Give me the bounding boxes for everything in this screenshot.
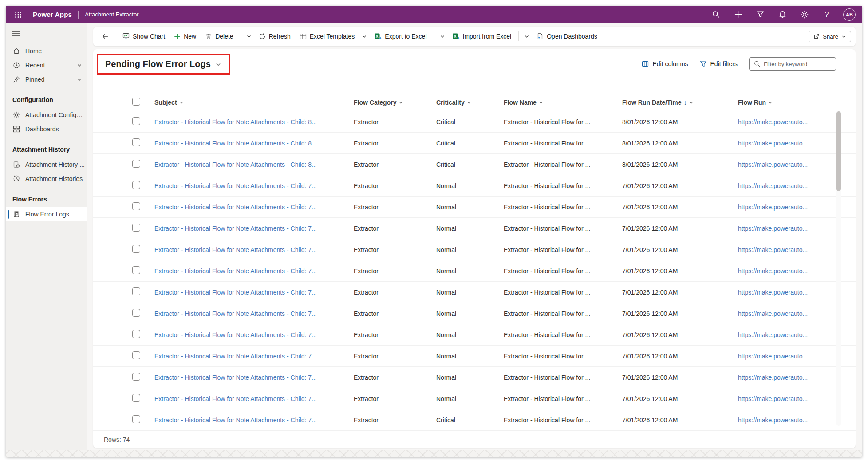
- row-checkbox[interactable]: [132, 202, 140, 210]
- subject-link[interactable]: Extractor - Historical Flow for Note Att…: [154, 289, 317, 296]
- table-row[interactable]: Extractor - Historical Flow for Note Att…: [93, 346, 856, 367]
- table-row[interactable]: Extractor - Historical Flow for Note Att…: [93, 367, 856, 388]
- subject-link[interactable]: Extractor - Historical Flow for Note Att…: [154, 353, 317, 360]
- flow-run-link[interactable]: https://make.powerauto...: [738, 246, 808, 253]
- subject-link[interactable]: Extractor - Historical Flow for Note Att…: [154, 374, 317, 381]
- sidebar-item-attachment-configuration[interactable]: Attachment Configur...: [6, 108, 87, 122]
- table-row[interactable]: Extractor - Historical Flow for Note Att…: [93, 133, 856, 154]
- plus-icon[interactable]: [732, 9, 744, 20]
- row-checkbox[interactable]: [132, 117, 140, 125]
- row-checkbox[interactable]: [132, 160, 140, 168]
- subject-link[interactable]: Extractor - Historical Flow for Note Att…: [154, 310, 317, 317]
- column-header-flow-category[interactable]: Flow Category: [354, 99, 436, 106]
- flow-run-link[interactable]: https://make.powerauto...: [738, 395, 808, 402]
- subject-link[interactable]: Extractor - Historical Flow for Note Att…: [154, 246, 317, 253]
- flow-run-link[interactable]: https://make.powerauto...: [738, 417, 808, 424]
- row-checkbox[interactable]: [132, 224, 140, 232]
- import-from-excel-button[interactable]: X Import from Excel: [448, 30, 516, 43]
- column-header-flow-run[interactable]: Flow Run: [738, 99, 835, 106]
- subject-link[interactable]: Extractor - Historical Flow for Note Att…: [154, 161, 317, 168]
- scrollbar-thumb[interactable]: [836, 111, 841, 191]
- subject-link[interactable]: Extractor - Historical Flow for Note Att…: [154, 395, 317, 402]
- subject-link[interactable]: Extractor - Historical Flow for Note Att…: [154, 140, 317, 147]
- table-row[interactable]: Extractor - Historical Flow for Note Att…: [93, 197, 856, 218]
- import-from-excel-chevron-icon[interactable]: [522, 31, 532, 42]
- new-button[interactable]: New: [170, 30, 200, 43]
- search-icon[interactable]: [710, 9, 722, 20]
- flow-run-link[interactable]: https://make.powerauto...: [738, 353, 808, 360]
- flow-run-link[interactable]: https://make.powerauto...: [738, 118, 808, 126]
- row-checkbox[interactable]: [132, 373, 140, 381]
- flow-run-link[interactable]: https://make.powerauto...: [738, 182, 808, 189]
- brand-title[interactable]: Power Apps: [33, 11, 72, 18]
- row-checkbox[interactable]: [132, 394, 140, 402]
- filter-icon[interactable]: [754, 9, 766, 20]
- row-checkbox[interactable]: [132, 245, 140, 253]
- flow-run-link[interactable]: https://make.powerauto...: [738, 267, 808, 275]
- subject-link[interactable]: Extractor - Historical Flow for Note Att…: [154, 417, 317, 424]
- sidebar-item-home[interactable]: Home: [6, 44, 87, 58]
- flow-run-link[interactable]: https://make.powerauto...: [738, 289, 808, 296]
- flow-run-link[interactable]: https://make.powerauto...: [738, 310, 808, 317]
- column-header-criticality[interactable]: Criticality: [436, 99, 504, 106]
- waffle-icon[interactable]: [11, 6, 26, 23]
- sidebar-item-recent[interactable]: Recent: [6, 58, 87, 72]
- export-to-excel-chevron-icon[interactable]: [438, 31, 447, 42]
- more-commands-chevron-icon[interactable]: [244, 31, 254, 42]
- hamburger-menu-icon[interactable]: [6, 27, 87, 40]
- table-row[interactable]: Extractor - Historical Flow for Note Att…: [93, 175, 856, 197]
- flow-run-link[interactable]: https://make.powerauto...: [738, 161, 808, 168]
- refresh-button[interactable]: Refresh: [255, 30, 295, 43]
- row-checkbox[interactable]: [132, 330, 140, 338]
- bell-icon[interactable]: [777, 9, 788, 20]
- excel-templates-button[interactable]: Excel Templates: [296, 30, 359, 43]
- sidebar-item-attachment-histories[interactable]: Attachment Histories: [6, 172, 87, 186]
- table-row[interactable]: Extractor - Historical Flow for Note Att…: [93, 388, 856, 409]
- help-icon[interactable]: ?: [821, 9, 832, 20]
- table-row[interactable]: Extractor - Historical Flow for Note Att…: [93, 260, 856, 282]
- sidebar-item-pinned[interactable]: Pinned: [6, 72, 87, 87]
- avatar[interactable]: AB: [843, 8, 856, 21]
- row-checkbox[interactable]: [132, 266, 140, 274]
- flow-run-link[interactable]: https://make.powerauto...: [738, 204, 808, 211]
- table-row[interactable]: Extractor - Historical Flow for Note Att…: [93, 239, 856, 260]
- sidebar-item-attachment-history[interactable]: Attachment History ...: [6, 157, 87, 172]
- subject-link[interactable]: Extractor - Historical Flow for Note Att…: [154, 118, 317, 126]
- table-row[interactable]: Extractor - Historical Flow for Note Att…: [93, 111, 856, 133]
- table-row[interactable]: Extractor - Historical Flow for Note Att…: [93, 218, 856, 239]
- chevron-down-icon[interactable]: [77, 77, 82, 82]
- row-checkbox[interactable]: [132, 351, 140, 359]
- edit-filters-button[interactable]: Edit filters: [700, 60, 738, 67]
- table-row[interactable]: Extractor - Historical Flow for Note Att…: [93, 303, 856, 324]
- sidebar-item-flow-error-logs[interactable]: Flow Error Logs: [6, 207, 87, 221]
- subject-link[interactable]: Extractor - Historical Flow for Note Att…: [154, 204, 317, 211]
- back-button[interactable]: [99, 30, 112, 43]
- column-header-subject[interactable]: Subject: [154, 99, 354, 106]
- subject-link[interactable]: Extractor - Historical Flow for Note Att…: [154, 182, 317, 189]
- select-all-checkbox[interactable]: [132, 98, 140, 106]
- flow-run-link[interactable]: https://make.powerauto...: [738, 140, 808, 147]
- keyword-filter-input[interactable]: [764, 61, 831, 67]
- subject-link[interactable]: Extractor - Historical Flow for Note Att…: [154, 225, 317, 232]
- column-header-flow-name[interactable]: Flow Name: [504, 99, 622, 106]
- delete-button[interactable]: Delete: [201, 30, 237, 43]
- view-selector[interactable]: Pending Flow Error Logs: [97, 54, 230, 75]
- edit-columns-button[interactable]: Edit columns: [642, 60, 688, 67]
- flow-run-link[interactable]: https://make.powerauto...: [738, 374, 808, 381]
- vertical-scrollbar[interactable]: [836, 111, 841, 426]
- chevron-down-icon[interactable]: [77, 63, 82, 68]
- open-dashboards-button[interactable]: Open Dashboards: [533, 30, 601, 43]
- row-checkbox[interactable]: [132, 415, 140, 423]
- subject-link[interactable]: Extractor - Historical Flow for Note Att…: [154, 331, 317, 338]
- flow-run-link[interactable]: https://make.powerauto...: [738, 225, 808, 232]
- row-checkbox[interactable]: [132, 287, 140, 295]
- excel-templates-chevron-icon[interactable]: [359, 31, 369, 42]
- column-header-flow-run-datetime[interactable]: Flow Run Date/Time ↓: [622, 99, 738, 106]
- gear-icon[interactable]: [799, 9, 810, 20]
- row-checkbox[interactable]: [132, 309, 140, 317]
- show-chart-button[interactable]: Show Chart: [118, 30, 169, 43]
- table-row[interactable]: Extractor - Historical Flow for Note Att…: [93, 324, 856, 346]
- table-row[interactable]: Extractor - Historical Flow for Note Att…: [93, 282, 856, 303]
- subject-link[interactable]: Extractor - Historical Flow for Note Att…: [154, 267, 317, 275]
- table-row[interactable]: Extractor - Historical Flow for Note Att…: [93, 154, 856, 175]
